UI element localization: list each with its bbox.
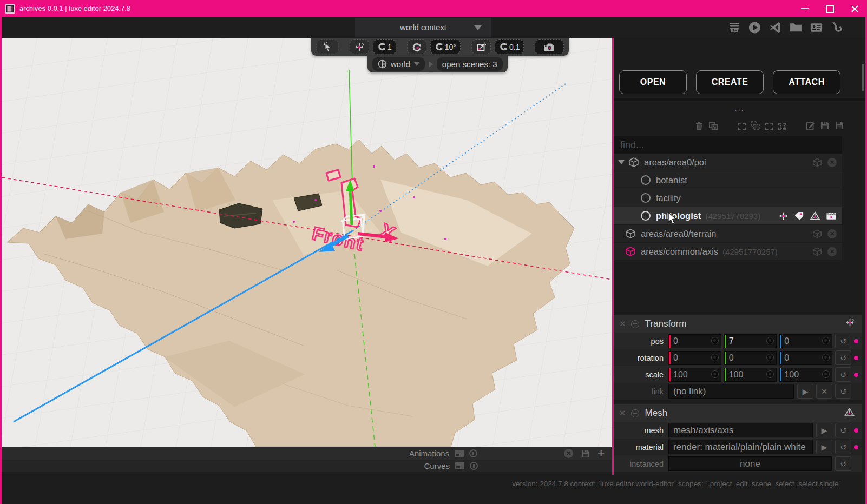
- rotation-x-field[interactable]: 0: [668, 351, 721, 365]
- clear-link-button[interactable]: ✕: [816, 384, 832, 399]
- reset-pos-button[interactable]: ↺: [835, 334, 851, 348]
- create-scene-button[interactable]: CREATE: [696, 70, 764, 94]
- save-icon[interactable]: [581, 449, 590, 458]
- edit-scene-button[interactable]: [806, 121, 815, 132]
- apply-material-button[interactable]: ▶: [816, 440, 832, 454]
- reset-instanced-button[interactable]: ↺: [835, 456, 851, 471]
- viewport-3d[interactable]: Front X: [2, 38, 612, 447]
- select-box-button[interactable]: [765, 123, 773, 130]
- screenshot-button[interactable]: [535, 39, 564, 54]
- drag-knob[interactable]: [711, 337, 719, 344]
- luxe-logo-button[interactable]: [830, 21, 844, 34]
- tag-component-icon[interactable]: [794, 211, 804, 221]
- rotation-y-field[interactable]: 0: [724, 351, 777, 365]
- attach-scene-button[interactable]: ATTACH: [773, 70, 840, 94]
- drag-knob[interactable]: [822, 337, 830, 344]
- tree-row-poi[interactable]: areas/area0/poi ✕: [614, 154, 842, 171]
- snap-move-button[interactable]: 1: [373, 39, 396, 54]
- delete-button[interactable]: [695, 121, 704, 132]
- open-scenes-button[interactable]: open scenes: 3: [437, 57, 503, 71]
- select-marquee-button[interactable]: [738, 123, 746, 130]
- scale-x-field[interactable]: 100: [668, 368, 721, 382]
- mesh-field[interactable]: mesh/axis/axis: [668, 423, 813, 437]
- close-scene-icon[interactable]: ✕: [827, 158, 837, 167]
- tree-row-facility[interactable]: facility: [614, 189, 842, 207]
- move-tool-button[interactable]: [350, 39, 369, 54]
- tree-row-philologist[interactable]: philologist (42951770293): [614, 207, 842, 225]
- tree-row-terrain[interactable]: areas/area0/terrain ✕: [614, 225, 842, 243]
- info-icon[interactable]: [470, 462, 478, 470]
- scale-z-field[interactable]: 100: [779, 368, 832, 382]
- scale-tool-button[interactable]: [471, 39, 491, 54]
- drag-knob[interactable]: [711, 370, 719, 378]
- link-field[interactable]: (no link): [668, 384, 794, 399]
- duplicate-button[interactable]: [708, 121, 718, 132]
- rotation-z-field[interactable]: 0: [779, 351, 832, 365]
- drag-knob[interactable]: [711, 354, 719, 361]
- drag-knob[interactable]: [822, 354, 830, 361]
- select-contain-button[interactable]: [778, 123, 786, 130]
- mesh-component-icon[interactable]: [810, 211, 820, 221]
- archive-button[interactable]: [727, 21, 741, 34]
- find-input[interactable]: [614, 136, 842, 154]
- close-scene-icon[interactable]: ✕: [827, 247, 837, 256]
- select-tool-button[interactable]: [316, 39, 339, 54]
- animation-component-icon[interactable]: [826, 211, 837, 221]
- snap-scale-button[interactable]: 0.1: [495, 39, 524, 54]
- remove-component-icon[interactable]: ✕: [619, 319, 626, 329]
- reset-rotation-button[interactable]: ↺: [835, 350, 851, 365]
- save-all-button[interactable]: [835, 121, 844, 132]
- panel-toggle-icon[interactable]: [455, 450, 464, 457]
- unload-scene-icon[interactable]: [812, 158, 822, 167]
- curves-row[interactable]: Curves: [2, 460, 612, 472]
- instanced-field[interactable]: none: [668, 456, 832, 471]
- open-folder-button[interactable]: [789, 21, 803, 34]
- unload-scene-icon[interactable]: [812, 247, 822, 256]
- drag-knob[interactable]: [766, 370, 774, 378]
- snap-rotate-button[interactable]: 10°: [430, 39, 461, 54]
- apply-link-button[interactable]: ▶: [797, 384, 813, 399]
- apply-mesh-button[interactable]: ▶: [816, 423, 832, 437]
- add-icon[interactable]: +: [597, 448, 605, 460]
- minimize-button[interactable]: [792, 0, 817, 17]
- open-scene-button[interactable]: OPEN: [619, 70, 687, 94]
- vscode-button[interactable]: [769, 21, 782, 34]
- reset-mesh-button[interactable]: ↺: [835, 423, 851, 437]
- close-icon[interactable]: ✕: [564, 449, 573, 458]
- pos-x-field[interactable]: 0: [668, 334, 721, 348]
- animations-row[interactable]: Animations ✕ +: [2, 447, 612, 460]
- collapse-component-icon[interactable]: [631, 320, 639, 328]
- contacts-button[interactable]: [810, 21, 823, 34]
- material-field[interactable]: render: material/plain/plain.white: [668, 440, 813, 454]
- close-button[interactable]: [842, 0, 867, 17]
- play-button[interactable]: [748, 21, 761, 34]
- scale-y-value: 100: [726, 370, 744, 380]
- scale-y-field[interactable]: 100: [724, 368, 777, 382]
- rotate-tool-button[interactable]: [407, 39, 426, 54]
- unload-scene-icon[interactable]: [812, 229, 822, 238]
- save-button[interactable]: [820, 121, 830, 132]
- drag-knob[interactable]: [822, 370, 830, 378]
- pos-y-field[interactable]: 7: [724, 334, 777, 348]
- tree-row-axis[interactable]: areas/common/axis (42951770257) ✕: [614, 243, 842, 261]
- info-icon[interactable]: [469, 449, 477, 457]
- close-scene-icon[interactable]: ✕: [827, 229, 837, 238]
- reset-link-button[interactable]: ↺: [835, 384, 851, 399]
- scene-selector[interactable]: world: [372, 57, 425, 71]
- transform-component-icon[interactable]: [778, 211, 789, 221]
- select-union-button[interactable]: [751, 121, 760, 132]
- drag-knob[interactable]: [766, 337, 774, 344]
- reset-scale-button[interactable]: ↺: [835, 367, 851, 382]
- pos-z-field[interactable]: 0: [779, 334, 832, 348]
- reset-material-button[interactable]: ↺: [835, 440, 851, 454]
- collapse-component-icon[interactable]: [631, 409, 639, 417]
- context-selector[interactable]: world context: [355, 18, 491, 37]
- remove-component-icon[interactable]: ✕: [619, 408, 626, 418]
- panel-toggle-icon[interactable]: [455, 462, 464, 469]
- tree-row-botanist[interactable]: botanist: [614, 171, 842, 189]
- animations-group: Animations: [409, 449, 477, 458]
- expand-arrow-icon[interactable]: [618, 160, 625, 164]
- drag-knob[interactable]: [766, 354, 774, 361]
- more-options[interactable]: ...: [614, 104, 865, 113]
- maximize-button[interactable]: [817, 0, 842, 17]
